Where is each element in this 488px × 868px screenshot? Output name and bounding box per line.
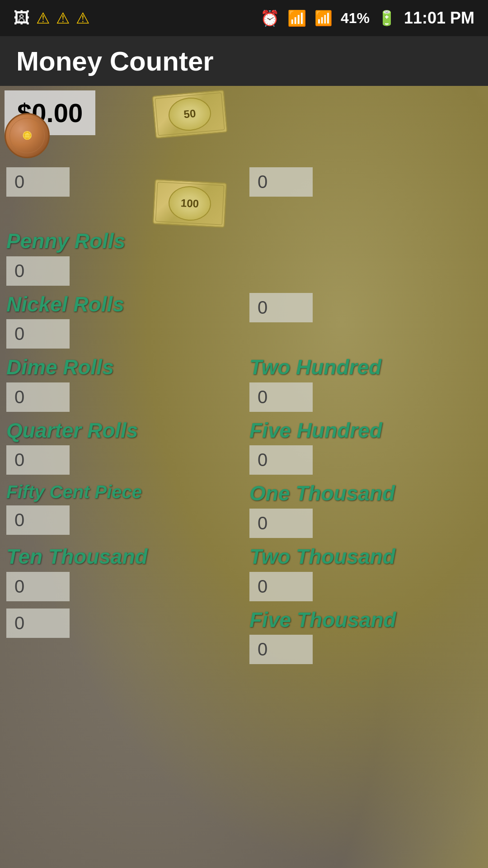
five-thousand-label: Five Thousand	[249, 609, 479, 632]
warning-icon-2: ⚠	[56, 9, 70, 27]
penny-coin-image: 🪙	[5, 113, 50, 158]
hundred-dollar-input[interactable]	[249, 293, 313, 322]
five-thousand-input[interactable]	[249, 635, 313, 664]
quarter-rolls-label: Quarter Rolls	[6, 419, 236, 442]
battery-percent: 41%	[341, 10, 370, 27]
app-title: Money Counter	[16, 46, 214, 77]
dime-rolls-cell: Dime Rolls	[0, 352, 245, 415]
wifi-icon: 📶	[287, 9, 306, 27]
bottom-left-input[interactable]	[6, 609, 70, 638]
one-thousand-input[interactable]	[249, 509, 313, 538]
quarter-rolls-input[interactable]	[6, 445, 70, 475]
fifty-cent-cell: Fifty Cent Piece	[0, 478, 245, 542]
row-nickel-rolls: Nickel Rolls	[0, 289, 488, 353]
two-hundred-input[interactable]	[249, 382, 313, 412]
battery-icon: 🔋	[378, 9, 396, 27]
nickel-rolls-input[interactable]	[6, 319, 70, 349]
five-thousand-cell: Five Thousand	[245, 605, 488, 668]
status-bar: 🖼 ⚠ ⚠ ⚠ ⏰ 📶 📶 41% 🔋 11:01 PM	[0, 0, 488, 36]
warning-icon-1: ⚠	[36, 9, 50, 27]
dime-rolls-input[interactable]	[6, 382, 70, 412]
status-info-right: ⏰ 📶 📶 41% 🔋 11:01 PM	[260, 9, 474, 28]
two-thousand-label: Two Thousand	[249, 545, 479, 568]
fifty-right-cell	[245, 226, 488, 289]
top-right-input-wrap	[245, 163, 488, 197]
main-content: 50 100 $0.00 🪙 Penny Rolls	[0, 86, 488, 868]
fifty-cent-input[interactable]	[6, 505, 70, 535]
hundred-right-cell	[245, 289, 488, 353]
one-thousand-label: One Thousand	[249, 482, 479, 505]
top-left-input-wrap	[0, 163, 245, 197]
penny-rolls-input[interactable]	[6, 256, 70, 286]
five-hundred-input[interactable]	[249, 445, 313, 475]
image-icon: 🖼	[14, 9, 30, 28]
one-thousand-cell: One Thousand	[245, 478, 488, 542]
ten-thousand-input[interactable]	[6, 572, 70, 601]
two-hundred-cell: Two Hundred	[245, 352, 488, 415]
fifty-dollar-input[interactable]	[249, 167, 313, 197]
row-five-thousand: Five Thousand	[0, 605, 488, 668]
two-thousand-cell: Two Thousand	[245, 542, 488, 605]
row-fifty-cent: Fifty Cent Piece One Thousand	[0, 478, 488, 542]
ten-thousand-label: Ten Thousand	[6, 545, 236, 568]
dime-rolls-label: Dime Rolls	[6, 356, 236, 379]
row-dime-rolls: Dime Rolls Two Hundred	[0, 352, 488, 415]
fifty-dollar-bill-image: 50	[152, 90, 228, 139]
row-penny-rolls: Penny Rolls	[0, 226, 488, 289]
bottom-left-cell	[0, 605, 245, 668]
penny-rolls-cell: Penny Rolls	[0, 226, 245, 289]
app-header: Money Counter	[0, 36, 488, 86]
warning-icon-3: ⚠	[76, 9, 89, 27]
two-thousand-input[interactable]	[249, 572, 313, 601]
quarter-rolls-cell: Quarter Rolls	[0, 415, 245, 479]
counters-area: Penny Rolls Nickel Rolls Dime Rolls	[0, 226, 488, 868]
row-quarter-rolls: Quarter Rolls Five Hundred	[0, 415, 488, 479]
two-hundred-label: Two Hundred	[249, 356, 479, 379]
alarm-icon: ⏰	[260, 9, 279, 27]
penny-rolls-label: Penny Rolls	[6, 230, 236, 253]
row-ten-thousand: Ten Thousand Two Thousand	[0, 542, 488, 605]
nickel-rolls-cell: Nickel Rolls	[0, 289, 245, 353]
fifty-cent-label: Fifty Cent Piece	[6, 482, 236, 502]
five-hundred-cell: Five Hundred	[245, 415, 488, 479]
clock: 11:01 PM	[404, 9, 474, 28]
signal-icon: 📶	[314, 9, 333, 27]
penny-count-input[interactable]	[6, 167, 70, 197]
nickel-rolls-label: Nickel Rolls	[6, 293, 236, 316]
status-icons-left: 🖼 ⚠ ⚠ ⚠	[14, 9, 89, 28]
five-hundred-label: Five Hundred	[249, 419, 479, 442]
ten-thousand-cell: Ten Thousand	[0, 542, 245, 605]
top-row	[0, 163, 488, 197]
